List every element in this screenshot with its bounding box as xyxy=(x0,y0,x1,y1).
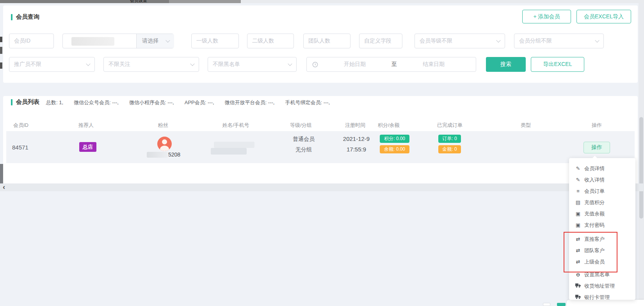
bottom-white-button-fragment[interactable] xyxy=(543,303,550,306)
menu-item-label: 收入详情 xyxy=(584,176,605,183)
redacted-keyword-value xyxy=(71,37,114,46)
card-icon: ▤ xyxy=(575,199,581,205)
menu-item-payment-password[interactable]: ▣ 支付密码 xyxy=(569,219,635,231)
add-member-label: + 添加会员 xyxy=(533,13,560,20)
team-count-input[interactable]: 团队人数 xyxy=(303,34,350,48)
scroll-left-arrow[interactable]: ‹ xyxy=(3,183,5,191)
red-annotation-box xyxy=(564,232,617,272)
left-edge-fragment xyxy=(0,37,2,42)
blacklist-select[interactable]: 不限黑名单 xyxy=(208,57,297,72)
chevron-down-icon xyxy=(165,38,170,43)
left-edge-fragment xyxy=(0,62,2,69)
menu-item-label: 充值余额 xyxy=(584,210,605,217)
custom-field-input[interactable]: 自定义字段 xyxy=(359,34,402,48)
excel-import-label: 会员EXCEL导入 xyxy=(584,13,624,20)
action-dropdown-menu: ✎ 会员详情 ✎ 收入详情 ≡ 会员订单 ▤ 充值积分 ▣ 充值余额 ▣ 支付密… xyxy=(569,158,635,300)
chevron-down-icon xyxy=(595,38,599,43)
amount-badge-label: 金额: 0 xyxy=(442,146,457,153)
follow-select[interactable]: 不限关注 xyxy=(103,57,199,72)
col-header-referrer: 推荐人 xyxy=(78,122,94,129)
list-icon: ≡ xyxy=(575,188,581,194)
level1-count-placeholder: 一级人数 xyxy=(196,37,218,44)
query-panel-title: 会员查询 xyxy=(16,13,39,21)
menu-item-label: 会员订单 xyxy=(584,188,605,195)
orders-badge: 订单: 0 xyxy=(438,135,461,143)
export-excel-button[interactable]: 导出EXCEL xyxy=(531,57,584,72)
top-sliver-menu-fragment: 会员设置 xyxy=(130,0,158,3)
search-button[interactable]: 搜索 xyxy=(486,57,526,72)
chevron-down-icon xyxy=(288,62,292,66)
stat-total: 总数: 1, xyxy=(46,99,63,106)
menu-item-label: 充值积分 xyxy=(584,199,605,206)
member-stats: 总数: 1, 微信公众号会员: ---, 微信小程序会员: ---, APP会员… xyxy=(46,99,330,106)
chevron-down-icon xyxy=(190,62,194,66)
left-edge-scroll-strip xyxy=(0,164,3,183)
col-header-points: 积分/余额 xyxy=(378,122,400,129)
stat-wechat-official: 微信公众号会员: ---, xyxy=(74,99,119,106)
redacted-fans-text xyxy=(147,152,168,158)
truck-icon xyxy=(575,283,581,289)
money-icon: ▣ xyxy=(575,211,581,217)
top-sliver-white-segment xyxy=(241,0,644,3)
menu-item-recharge-points[interactable]: ▤ 充值积分 xyxy=(569,197,635,208)
menu-item-recharge-balance[interactable]: ▣ 充值余额 xyxy=(569,208,635,219)
points-badge-label: 积分: 0.00 xyxy=(384,135,405,142)
keyword-type-select[interactable]: 请选择 xyxy=(136,34,174,48)
cell-register-date: 2021-12-9 xyxy=(333,135,380,142)
referrer-badge: 总店 xyxy=(79,142,96,152)
col-header-action: 操作 xyxy=(592,122,602,129)
member-group-select[interactable]: 会员分组不限 xyxy=(514,34,604,48)
export-excel-label: 导出EXCEL xyxy=(543,61,572,68)
menu-item-label: 支付密码 xyxy=(584,222,605,229)
level2-count-placeholder: 二级人数 xyxy=(252,37,274,44)
stat-wechat-miniprogram: 微信小程序会员: ---, xyxy=(129,99,174,106)
referrer-badge-label: 总店 xyxy=(83,144,93,151)
fans-visible-digits: 5208 xyxy=(168,151,180,158)
section-accent-bar xyxy=(11,14,12,20)
menu-item-member-orders[interactable]: ≡ 会员订单 xyxy=(569,185,635,197)
menu-item-member-detail[interactable]: ✎ 会员详情 xyxy=(569,163,635,174)
member-id-placeholder: 会员ID xyxy=(14,37,30,44)
promoter-select[interactable]: 推广员不限 xyxy=(9,57,95,72)
horizontal-scrollbar-track[interactable] xyxy=(0,183,644,191)
date-end-placeholder[interactable]: 结束日期 xyxy=(397,61,470,68)
col-header-fans: 粉丝 xyxy=(158,122,168,129)
edit-icon: ✎ xyxy=(575,165,581,171)
excel-import-button[interactable]: 会员EXCEL导入 xyxy=(576,10,631,23)
level1-count-input[interactable]: 一级人数 xyxy=(191,34,239,48)
col-header-name-phone: 姓名/手机号 xyxy=(222,122,249,129)
blacklist-value: 不限黑名单 xyxy=(213,61,240,68)
menu-arrow-notch xyxy=(592,156,597,158)
menu-item-income-detail[interactable]: ✎ 收入详情 xyxy=(569,174,635,185)
avatar-body-shape xyxy=(160,146,169,151)
chevron-down-icon xyxy=(86,62,90,66)
stat-app: APP会员: ---, xyxy=(185,99,214,106)
menu-item-bank-card-management[interactable]: 银行卡管理 xyxy=(569,292,635,303)
member-level-select[interactable]: 会员等级不限 xyxy=(415,34,505,48)
clock-icon xyxy=(312,62,318,68)
add-member-button[interactable]: + 添加会员 xyxy=(522,10,571,23)
keyword-select-label: 请选择 xyxy=(142,37,158,44)
menu-item-address-management[interactable]: 收货地址管理 xyxy=(569,280,635,292)
menu-item-label: 收货地址管理 xyxy=(584,283,615,290)
top-window-sliver: 会员设置 xyxy=(0,0,644,3)
cell-group: 无分组 xyxy=(280,146,327,153)
date-range-picker[interactable]: 开始日期 至 结束日期 xyxy=(306,57,476,72)
col-header-reg-time: 注册时间 xyxy=(345,122,365,129)
date-start-placeholder[interactable]: 开始日期 xyxy=(318,61,391,68)
date-separator: 至 xyxy=(391,61,397,68)
promoter-value: 推广员不限 xyxy=(14,61,41,68)
partial-menu-text: 会员设置 xyxy=(130,0,158,3)
member-level-value: 会员等级不限 xyxy=(420,37,452,44)
keyword-input-group[interactable]: 请选择 xyxy=(62,34,174,48)
avatar xyxy=(157,137,172,151)
cell-level: 普通会员 xyxy=(280,136,327,143)
row-action-button[interactable]: 操作 xyxy=(584,142,610,153)
col-header-type: 类型 xyxy=(521,122,531,129)
vertical-scrollbar-thumb[interactable] xyxy=(639,117,643,219)
level2-count-input[interactable]: 二级人数 xyxy=(247,34,294,48)
menu-item-label: 会员详情 xyxy=(584,165,605,172)
bottom-teal-button-fragment[interactable] xyxy=(557,303,566,306)
member-id-input[interactable]: 会员ID xyxy=(9,34,54,48)
col-header-member-id: 会员ID xyxy=(13,122,28,129)
